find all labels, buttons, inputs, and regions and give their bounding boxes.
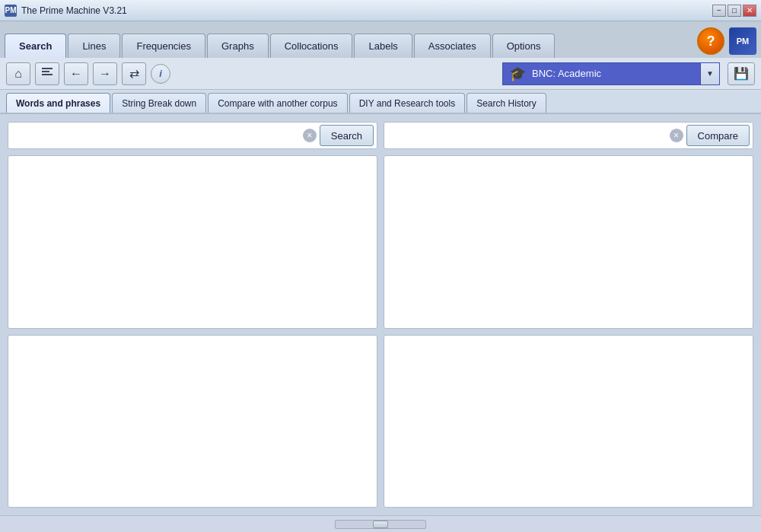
left-search-input[interactable] <box>11 130 300 142</box>
main-window: Search Lines Frequencies Graphs Collocat… <box>0 21 761 532</box>
tab-options[interactable]: Options <box>492 33 556 58</box>
save-icon: 💾 <box>734 66 749 81</box>
sub-tab-compare-corpus[interactable]: Compare with another corpus <box>208 93 347 113</box>
left-bottom-result-panel <box>8 335 377 508</box>
home-button[interactable]: ⌂ <box>6 62 30 85</box>
corpus-dropdown-button[interactable]: ▼ <box>700 62 720 85</box>
tab-search[interactable]: Search <box>5 33 66 58</box>
window-controls: − □ ✕ <box>712 5 756 17</box>
right-top-result-panel <box>384 155 753 329</box>
right-search-input[interactable] <box>387 130 667 142</box>
scrollbar-thumb[interactable] <box>373 521 388 528</box>
list-button[interactable] <box>35 62 59 85</box>
panels-row: × Search × <box>8 122 753 508</box>
corpus-name: BNC: Academic <box>532 68 601 79</box>
tab-graphs[interactable]: Graphs <box>207 33 269 58</box>
minimize-button[interactable]: − <box>712 5 726 17</box>
search-button[interactable]: Search <box>320 125 374 146</box>
left-panel-col: × Search <box>8 122 377 508</box>
svg-rect-2 <box>42 74 53 75</box>
forward-icon: → <box>99 67 111 81</box>
home-icon: ⌂ <box>14 67 22 81</box>
sub-tab-words-phrases[interactable]: Words and phrases <box>6 93 110 113</box>
corpus-display: 🎓 BNC: Academic <box>502 62 700 85</box>
sub-tab-diy-research[interactable]: DIY and Research tools <box>349 93 466 113</box>
main-tab-bar: Search Lines Frequencies Graphs Collocat… <box>0 21 761 58</box>
help-icon[interactable]: ? <box>697 27 724 55</box>
left-top-result-panel <box>8 155 377 329</box>
tab-collocations[interactable]: Collocations <box>270 33 353 58</box>
sync-icon: ⇄ <box>129 66 139 81</box>
sub-tab-bar: Words and phrases String Break down Comp… <box>0 90 761 114</box>
left-clear-button[interactable]: × <box>303 129 317 142</box>
title-bar: PM The Prime Machine V3.21 − □ ✕ <box>0 0 761 21</box>
info-icon: i <box>159 68 162 79</box>
right-search-row: × Compare <box>384 122 753 149</box>
svg-rect-1 <box>42 71 49 72</box>
left-search-row: × Search <box>8 122 377 149</box>
status-bar <box>0 515 761 532</box>
horizontal-scrollbar[interactable] <box>335 520 426 529</box>
sync-button[interactable]: ⇄ <box>122 62 146 85</box>
sub-tab-string-breakdown[interactable]: String Break down <box>112 93 206 113</box>
compare-button[interactable]: Compare <box>686 125 750 146</box>
corpus-selector: 🎓 BNC: Academic ▼ <box>502 62 720 85</box>
maximize-button[interactable]: □ <box>728 5 741 17</box>
forward-button[interactable]: → <box>93 62 117 85</box>
right-clear-icon: × <box>673 131 679 140</box>
right-clear-button[interactable]: × <box>670 129 683 142</box>
tab-labels[interactable]: Labels <box>354 33 412 58</box>
sub-tab-search-history[interactable]: Search History <box>466 93 546 113</box>
tab-lines[interactable]: Lines <box>68 33 120 58</box>
toolbar: ⌂ ← → ⇄ i 🎓 BNC: Acade <box>0 58 761 90</box>
content-area: × Search × <box>0 114 761 515</box>
window-title: The Prime Machine V3.21 <box>21 5 127 16</box>
svg-rect-0 <box>42 68 53 69</box>
toolbar-help-icons: ? PM <box>697 27 756 58</box>
right-bottom-result-panel <box>384 335 753 508</box>
tab-associates[interactable]: Associates <box>414 33 491 58</box>
right-panel-col: × Compare <box>384 122 753 508</box>
corpus-cap-icon: 🎓 <box>509 65 526 82</box>
back-button[interactable]: ← <box>64 62 88 85</box>
tab-frequencies[interactable]: Frequencies <box>122 33 205 58</box>
left-clear-icon: × <box>307 131 312 140</box>
info-button[interactable]: i <box>151 64 170 84</box>
pm-logo[interactable]: PM <box>729 27 756 55</box>
close-button[interactable]: ✕ <box>743 5 756 17</box>
back-icon: ← <box>70 67 82 81</box>
corpus-save-button[interactable]: 💾 <box>728 62 755 85</box>
app-icon: PM <box>5 5 17 17</box>
list-icon <box>40 66 54 81</box>
